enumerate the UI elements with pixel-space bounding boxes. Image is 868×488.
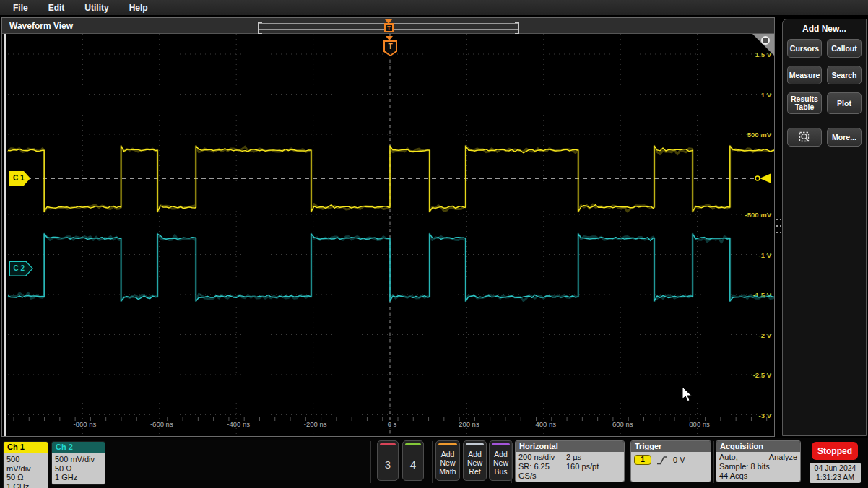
trigger-level: 0 V	[673, 456, 685, 465]
menu-edit[interactable]: Edit	[48, 3, 65, 13]
menu-utility[interactable]: Utility	[84, 3, 108, 13]
channel1-bandwidth: 1 GHz	[6, 482, 45, 488]
trigger-position: T50%	[566, 481, 621, 482]
channel3-label: 3	[378, 458, 398, 471]
bus-color-stripe	[492, 443, 510, 445]
add-new-ref-button[interactable]: Add New Ref	[463, 440, 487, 481]
math-color-stripe	[438, 443, 457, 445]
waveform-view-panel: Waveform View T -800 ns-600 ns-400 ns-20…	[1, 17, 775, 437]
sample-interval: 160 ps/pt	[566, 462, 621, 481]
acquisition-count: 44 Acqs	[719, 471, 797, 481]
callout-button[interactable]: Callout	[827, 39, 862, 58]
trigger-position-marker[interactable]: T	[384, 23, 394, 32]
zoom-select-button[interactable]	[787, 128, 822, 147]
time-label: 1:31:23 AM	[810, 473, 861, 482]
results-table-button[interactable]: Results Table	[787, 92, 822, 114]
add-new-bus-button[interactable]: Add New Bus	[489, 440, 513, 481]
ref-color-stripe	[466, 443, 484, 445]
acquisition-panel-title: Acquisition	[716, 441, 800, 452]
waveform-graticule[interactable]	[2, 34, 774, 436]
horizontal-scale: 200 ns/div	[518, 453, 566, 462]
trigger-panel-title: Trigger	[631, 441, 711, 452]
trigger-arrow-icon	[386, 36, 393, 40]
channel1-badge[interactable]: Ch 1 500 mV/div 50 Ω 1 GHz	[3, 441, 48, 488]
channel1-badge-title: Ch 1	[4, 442, 48, 453]
menu-bar: File Edit Utility Help	[0, 0, 868, 16]
channel2-scale: 500 mV/div	[55, 455, 102, 464]
channel2-bandwidth: 1 GHz	[55, 473, 102, 482]
channel2-badge[interactable]: Ch 2 500 mV/div 50 Ω 1 GHz	[51, 441, 105, 485]
channel3-color-stripe	[380, 443, 396, 445]
channel4-button[interactable]: 4	[402, 440, 424, 481]
add-math-label: Add New Math	[436, 450, 459, 476]
channel2-badge-title: Ch 2	[52, 442, 105, 453]
trigger-source-badge: 1	[634, 455, 651, 465]
divider	[807, 441, 807, 483]
horizontal-panel-title: Horizontal	[516, 441, 624, 452]
acquisition-sample: Sample: 8 bits	[719, 462, 797, 471]
panel-splitter-handle[interactable]	[776, 219, 781, 236]
cursors-button[interactable]: Cursors	[787, 39, 822, 58]
waveform-view-header: Waveform View T	[2, 18, 774, 34]
search-button[interactable]: Search	[827, 66, 862, 84]
acquisition-analyze: Analyze	[769, 453, 797, 462]
plot-canvas[interactable]: -800 ns-600 ns-400 ns-200 ns0 s200 ns400…	[2, 34, 774, 436]
horizontal-span: 2 µs	[566, 453, 621, 462]
sidebar-divider	[786, 121, 863, 121]
divider	[628, 441, 628, 483]
date-label: 04 Jun 2024	[810, 463, 861, 473]
divider	[432, 441, 433, 483]
channel2-impedance: 50 Ω	[55, 464, 102, 474]
zoom-select-icon	[799, 131, 810, 143]
trigger-flag-label: T	[385, 42, 396, 55]
channel1-impedance: 50 Ω	[6, 473, 45, 482]
acquisition-panel[interactable]: Acquisition Auto, Analyze Sample: 8 bits…	[716, 440, 801, 482]
add-ref-label: Add New Ref	[464, 450, 486, 476]
add-new-math-button[interactable]: Add New Math	[435, 440, 460, 481]
channel1-scale: 500 mV/div	[6, 455, 45, 473]
horizontal-panel[interactable]: Horizontal 200 ns/div 2 µs SR: 6.25 GS/s…	[515, 440, 625, 482]
more-button[interactable]: More...	[827, 128, 862, 147]
measure-button[interactable]: Measure	[787, 66, 822, 84]
sample-rate: SR: 6.25 GS/s	[518, 462, 566, 481]
plot-button[interactable]: Plot	[827, 92, 862, 114]
menu-file[interactable]: File	[13, 3, 28, 13]
record-length: RL: 12.5 kpts	[518, 481, 566, 482]
divider	[370, 441, 371, 483]
channel4-color-stripe	[405, 443, 421, 445]
run-stop-button[interactable]: Stopped	[812, 442, 858, 460]
menu-help[interactable]: Help	[129, 3, 148, 13]
add-new-sidebar: Add New... Cursors Callout Measure Searc…	[782, 19, 867, 436]
add-bus-label: Add New Bus	[490, 450, 512, 476]
channel3-button[interactable]: 3	[377, 440, 399, 481]
sidebar-title: Add New...	[783, 24, 866, 34]
datetime-display: 04 Jun 2024 1:31:23 AM	[810, 463, 861, 483]
channel4-label: 4	[403, 458, 423, 471]
vertical-scrollbar[interactable]	[4, 34, 6, 436]
waveform-view-title: Waveform View	[9, 21, 73, 31]
divider	[511, 441, 512, 483]
trigger-panel[interactable]: Trigger 1 0 V	[630, 440, 711, 482]
rising-edge-icon	[656, 456, 668, 465]
settings-bar: Ch 1 500 mV/div 50 Ω 1 GHz Ch 2 500 mV/d…	[0, 438, 868, 488]
acquisition-mode: Auto,	[719, 453, 738, 462]
divider	[713, 441, 714, 483]
